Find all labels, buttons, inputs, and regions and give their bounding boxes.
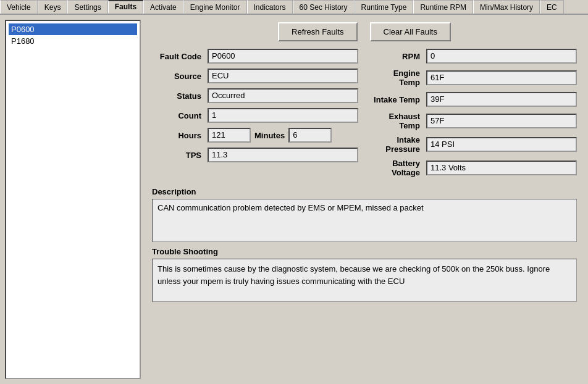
tps-value: 11.3 bbox=[208, 148, 358, 162]
tab-bar: Vehicle Keys Settings Faults Activate En… bbox=[0, 0, 588, 15]
intake-pressure-value: 14 PSI bbox=[426, 137, 577, 152]
details-right: RPM 0 Engine Temp 61F Intake Temp 39F Ex… bbox=[371, 49, 577, 182]
tab-minmax-history[interactable]: Min/Max History bbox=[473, 0, 540, 14]
troubleshooting-title: Trouble Shooting bbox=[152, 247, 577, 256]
tab-runtime-rpm[interactable]: Runtime RPM bbox=[413, 0, 473, 14]
tab-indicators[interactable]: Indicators bbox=[247, 0, 293, 14]
minutes-value: 6 bbox=[288, 128, 332, 143]
intake-temp-row: Intake Temp 39F bbox=[371, 92, 577, 107]
tab-activate[interactable]: Activate bbox=[143, 0, 183, 14]
count-label: Count bbox=[152, 111, 208, 120]
battery-voltage-label: Battery Voltage bbox=[371, 159, 426, 177]
tab-settings[interactable]: Settings bbox=[67, 0, 107, 14]
tab-60-sec-history[interactable]: 60 Sec History bbox=[293, 0, 355, 14]
status-label: Status bbox=[152, 91, 208, 101]
hours-value: 121 bbox=[208, 128, 251, 143]
details-area: Fault Code P0600 Source ECU Status Occur… bbox=[146, 49, 583, 182]
battery-voltage-value: 11.3 Volts bbox=[426, 161, 577, 175]
description-title: Description bbox=[152, 187, 577, 196]
fault-item-p1680[interactable]: P1680 bbox=[9, 35, 137, 47]
status-value: Occurred bbox=[208, 88, 358, 103]
exhaust-temp-label: Exhaust Temp bbox=[371, 112, 426, 130]
clear-all-faults-button[interactable]: Clear All Faults bbox=[370, 22, 451, 41]
source-label: Source bbox=[152, 72, 208, 81]
tps-label: TPS bbox=[152, 151, 208, 160]
intake-temp-value: 39F bbox=[426, 92, 577, 107]
source-value: ECU bbox=[208, 69, 358, 83]
intake-pressure-label: Intake Pressure bbox=[371, 135, 426, 154]
exhaust-temp-row: Exhaust Temp 57F bbox=[371, 112, 577, 130]
troubleshooting-section: Trouble Shooting This is sometimes cause… bbox=[146, 247, 583, 302]
engine-temp-label: Engine Temp bbox=[371, 69, 426, 87]
description-box: CAN communication problem detected by EM… bbox=[152, 199, 577, 242]
intake-temp-label: Intake Temp bbox=[371, 95, 426, 104]
main-content: P0600 P1680 Refresh Faults Clear All Fau… bbox=[0, 15, 588, 384]
rpm-row: RPM 0 bbox=[371, 49, 577, 64]
buttons-row: Refresh Faults Clear All Faults bbox=[146, 20, 583, 44]
count-row: Count 1 bbox=[152, 108, 358, 123]
source-row: Source ECU bbox=[152, 69, 358, 83]
refresh-faults-button[interactable]: Refresh Faults bbox=[278, 22, 358, 41]
fault-code-label: Fault Code bbox=[152, 52, 208, 61]
troubleshooting-box: This is sometimes cause by the diagnosti… bbox=[152, 259, 577, 302]
count-value: 1 bbox=[208, 108, 358, 123]
rpm-value: 0 bbox=[426, 49, 577, 64]
tab-vehicle[interactable]: Vehicle bbox=[0, 0, 38, 14]
tab-runtime-type[interactable]: Runtime Type bbox=[355, 0, 414, 14]
minutes-label: Minutes bbox=[251, 131, 288, 140]
battery-voltage-row: Battery Voltage 11.3 Volts bbox=[371, 159, 577, 177]
fault-code-row: Fault Code P0600 bbox=[152, 49, 358, 64]
right-panel: Refresh Faults Clear All Faults Fault Co… bbox=[146, 20, 583, 379]
fault-list-panel: P0600 P1680 bbox=[5, 20, 141, 379]
engine-temp-row: Engine Temp 61F bbox=[371, 69, 577, 87]
hours-row: Hours 121 Minutes 6 bbox=[152, 128, 358, 143]
fault-code-value: P0600 bbox=[208, 49, 358, 64]
details-left: Fault Code P0600 Source ECU Status Occur… bbox=[152, 49, 358, 182]
tab-keys[interactable]: Keys bbox=[38, 0, 68, 14]
tps-row: TPS 11.3 bbox=[152, 148, 358, 162]
tab-faults[interactable]: Faults bbox=[108, 0, 143, 14]
exhaust-temp-value: 57F bbox=[426, 114, 577, 128]
tab-ec[interactable]: EC bbox=[540, 0, 564, 14]
description-section: Description CAN communication problem de… bbox=[146, 187, 583, 242]
hours-label: Hours bbox=[152, 131, 208, 140]
tab-engine-monitor[interactable]: Engine Monitor bbox=[183, 0, 247, 14]
engine-temp-value: 61F bbox=[426, 70, 577, 85]
status-row: Status Occurred bbox=[152, 88, 358, 103]
fault-item-p0600[interactable]: P0600 bbox=[9, 23, 137, 35]
rpm-label: RPM bbox=[371, 52, 426, 61]
intake-pressure-row: Intake Pressure 14 PSI bbox=[371, 135, 577, 154]
